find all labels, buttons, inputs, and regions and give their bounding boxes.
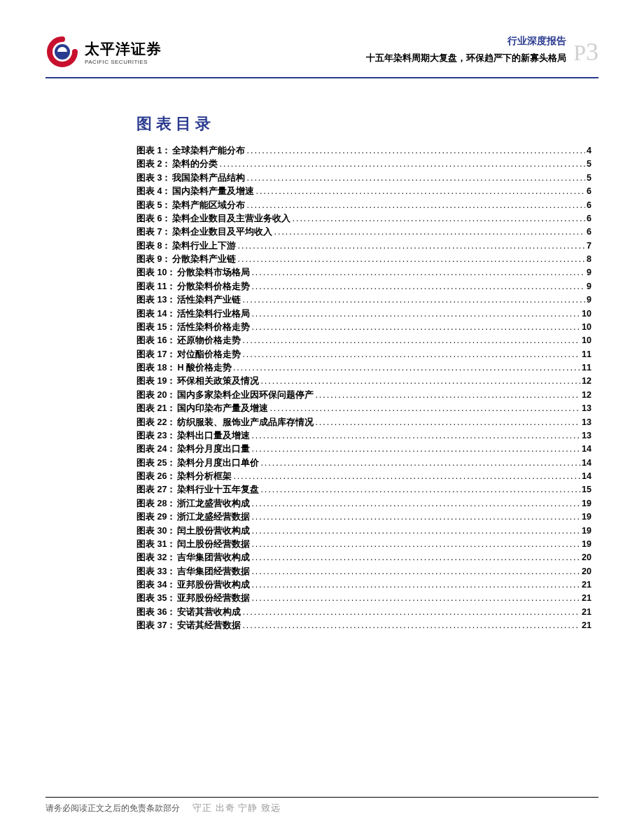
toc-item: 图表 5：染料产能区域分布6 (136, 199, 592, 212)
toc-item-label: 图表 17： (136, 348, 176, 361)
toc-dots (251, 497, 580, 510)
toc-item: 图表 17：对位酯价格走势11 (136, 348, 592, 361)
toc-dots (274, 225, 585, 239)
toc-item-title: 染料产能区域分布 (172, 199, 245, 212)
toc-item-page: 4 (587, 144, 592, 158)
toc-item-title: 染料出口量及增速 (177, 429, 250, 443)
toc-item-title: 环保相关政策及情况 (177, 375, 259, 388)
pacific-securities-logo-icon (46, 35, 79, 69)
toc-dots (233, 361, 580, 375)
toc-item-label: 图表 31： (136, 538, 176, 551)
toc-dots (242, 334, 580, 347)
toc-list: 图表 1：全球染料产能分布4图表 2：染料的分类5图表 3：我国染料产品结构5图… (136, 144, 592, 633)
toc-item-label: 图表 10： (136, 266, 176, 279)
toc-item-page: 8 (587, 253, 592, 266)
toc-dots (251, 429, 580, 443)
toc-item-page: 7 (587, 239, 592, 253)
toc-item-label: 图表 30： (136, 524, 176, 538)
toc-item: 图表 6：染料企业数目及主营业务收入6 (136, 212, 592, 225)
toc-dots (255, 185, 585, 198)
footer-line: 请务必阅读正文之后的免责条款部分 守正 出奇 宁静 致远 (46, 797, 598, 814)
footer-motto: 守正 出奇 宁静 致远 (192, 802, 281, 814)
toc-item-label: 图表 1： (136, 144, 171, 158)
toc-item-page: 13 (582, 402, 592, 415)
page-footer: 请务必阅读正文之后的免责条款部分 守正 出奇 宁静 致远 (0, 790, 644, 814)
toc-item: 图表 8：染料行业上下游7 (136, 239, 592, 253)
toc-item-title: 分散染料价格走势 (177, 280, 250, 293)
toc-item: 图表 26：染料分析框架14 (136, 470, 592, 483)
toc-item-label: 图表 11： (136, 280, 176, 293)
toc-item-page: 5 (587, 172, 592, 185)
toc-item: 图表 29：浙江龙盛经营数据19 (136, 510, 592, 524)
toc-dots (246, 144, 585, 158)
toc-item: 图表 14：活性染料行业格局10 (136, 307, 592, 321)
toc-item-title: 染料企业数目及主营业务收入 (172, 212, 290, 225)
toc-item-label: 图表 13： (136, 293, 176, 307)
toc-item: 图表 7：染料企业数目及平均收入6 (136, 225, 592, 239)
toc-dots (251, 538, 580, 551)
toc-item: 图表 30：闰土股份营收构成19 (136, 524, 592, 538)
toc-item-page: 11 (582, 361, 592, 375)
toc-heading: 图表目录 (136, 113, 592, 134)
toc-item-label: 图表 23： (136, 429, 176, 443)
toc-dots (260, 483, 580, 496)
toc-item-title: 活性染料价格走势 (177, 321, 250, 334)
toc-item-title: 活性染料产业链 (177, 293, 241, 307)
toc-item: 图表 22：纺织服装、服饰业产成品库存情况13 (136, 416, 592, 429)
content-area: 图表目录 图表 1：全球染料产能分布4图表 2：染料的分类5图表 3：我国染料产… (46, 113, 598, 633)
toc-item: 图表 16：还原物价格走势10 (136, 334, 592, 347)
toc-item-label: 图表 37： (136, 619, 176, 632)
toc-item-page: 10 (582, 334, 592, 347)
toc-item-title: 全球染料产能分布 (172, 144, 245, 158)
toc-item: 图表 4：国内染料产量及增速6 (136, 185, 592, 198)
toc-item-label: 图表 18： (136, 361, 176, 375)
toc-item-label: 图表 32： (136, 551, 176, 564)
toc-item-label: 图表 20： (136, 389, 176, 402)
toc-item-label: 图表 6： (136, 212, 171, 225)
toc-item-page: 19 (582, 497, 592, 510)
toc-item-title: H 酸价格走势 (177, 361, 232, 375)
header-right: 行业深度报告 十五年染料周期大复盘，环保趋严下的新寡头格局 P3 (366, 35, 598, 64)
toc-item-label: 图表 22： (136, 416, 176, 429)
toc-dots (242, 619, 580, 632)
document-page: 太平洋证券 PACIFIC SECURITIES 行业深度报告 十五年染料周期大… (0, 0, 644, 834)
toc-item-page: 13 (582, 429, 592, 443)
toc-dots (251, 307, 580, 321)
toc-item: 图表 35：亚邦股份经营数据21 (136, 592, 592, 605)
toc-item-title: 闰土股份经营数据 (177, 538, 250, 551)
toc-item-page: 9 (587, 293, 592, 307)
toc-item-title: 闰土股份营收构成 (177, 524, 250, 538)
toc-dots (251, 551, 580, 564)
toc-item-label: 图表 29： (136, 510, 176, 524)
toc-dots (237, 239, 585, 253)
toc-item-page: 5 (587, 158, 592, 171)
toc-item: 图表 28：浙江龙盛营收构成19 (136, 497, 592, 510)
toc-item: 图表 23：染料出口量及增速13 (136, 429, 592, 443)
toc-item-label: 图表 35： (136, 592, 176, 605)
toc-dots (251, 524, 580, 538)
toc-item-label: 图表 25： (136, 457, 176, 470)
toc-item-page: 14 (582, 443, 592, 456)
toc-item: 图表 37：安诺其经营数据21 (136, 619, 592, 632)
toc-item: 图表 33：吉华集团经营数据20 (136, 565, 592, 578)
toc-item-page: 6 (587, 225, 592, 239)
toc-item-page: 13 (582, 416, 592, 429)
toc-dots (292, 212, 585, 225)
toc-item-title: 亚邦股份经营数据 (177, 592, 250, 605)
toc-item-title: 染料行业上下游 (172, 239, 236, 253)
toc-item-label: 图表 8： (136, 239, 171, 253)
toc-item: 图表 19：环保相关政策及情况12 (136, 375, 592, 388)
toc-dots (251, 510, 580, 524)
toc-dots (315, 416, 580, 429)
toc-item-title: 染料行业十五年复盘 (177, 483, 259, 496)
toc-item-page: 19 (582, 524, 592, 538)
toc-item-page: 21 (582, 592, 592, 605)
toc-item-page: 20 (582, 565, 592, 578)
logo-en-text: PACIFIC SECURITIES (85, 59, 162, 65)
header-right-text: 行业深度报告 十五年染料周期大复盘，环保趋严下的新寡头格局 (366, 35, 566, 64)
toc-item-page: 10 (582, 321, 592, 334)
toc-item-page: 9 (587, 266, 592, 279)
toc-item-title: 染料的分类 (172, 158, 218, 171)
toc-item-title: 染料分析框架 (177, 470, 232, 483)
toc-item-page: 12 (582, 375, 592, 388)
